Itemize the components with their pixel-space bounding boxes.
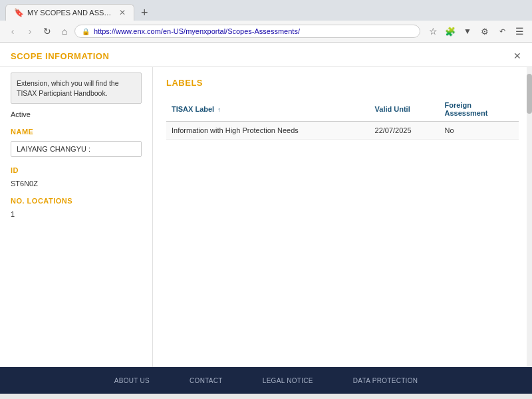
cell-valid-until: 22/07/2025 <box>370 122 440 140</box>
panel-close-button[interactable]: ✕ <box>513 51 521 61</box>
page-footer: ABOUT US CONTACT LEGAL NOTICE DATA PROTE… <box>0 367 532 394</box>
footer-legal-notice[interactable]: LEGAL NOTICE <box>263 377 313 384</box>
col-tisax-label-text: TISAX Label <box>172 105 214 113</box>
page-content: SCOPE INFORMATION ✕ Extension, which you… <box>0 43 532 367</box>
footer-data-protection[interactable]: DATA PROTECTION <box>353 377 418 384</box>
address-bar[interactable]: 🔒 https://www.enx.com/en-US/myenxportal/… <box>74 25 420 38</box>
sort-arrow-icon: ↑ <box>217 106 221 113</box>
scope-panel: SCOPE INFORMATION ✕ Extension, which you… <box>0 43 532 367</box>
bookmark-button[interactable]: ☆ <box>426 24 440 39</box>
scrollbar-track[interactable] <box>527 67 532 367</box>
footer-about-us[interactable]: ABOUT US <box>114 377 150 384</box>
settings-button[interactable]: ⚙ <box>477 24 492 39</box>
restore-button[interactable]: ↶ <box>495 24 509 39</box>
right-content: LABELS TISAX Label ↑ Valid Until <box>153 67 532 367</box>
extensions-button[interactable]: 🧩 <box>443 24 458 39</box>
footer-contact[interactable]: CONTACT <box>190 377 223 384</box>
table-row: Information with High Protection Needs 2… <box>166 122 519 140</box>
handbook-box: Extension, which you will find the TISAX… <box>11 72 142 104</box>
browser-chrome: 🔖 MY SCOPES AND ASSESSME... ✕ + ‹ › ↻ ⌂ … <box>0 0 532 43</box>
home-button[interactable]: ⌂ <box>57 24 72 39</box>
new-tab-button[interactable]: + <box>137 7 152 19</box>
labels-title: LABELS <box>166 78 519 88</box>
handbook-text: Extension, which you will find the TISAX… <box>17 79 119 97</box>
panel-title: SCOPE INFORMATION <box>11 51 109 61</box>
panel-body: Extension, which you will find the TISAX… <box>0 67 532 367</box>
browser-tab[interactable]: 🔖 MY SCOPES AND ASSESSME... ✕ <box>5 4 134 21</box>
col-valid-until-text: Valid Until <box>375 105 410 113</box>
tab-bar: 🔖 MY SCOPES AND ASSESSME... ✕ + <box>0 0 532 21</box>
name-input[interactable] <box>11 141 142 157</box>
labels-table: TISAX Label ↑ Valid Until ForeignAssessm… <box>166 97 519 140</box>
cell-foreign-assessment: No <box>440 122 519 140</box>
cell-tisax-label: Information with High Protection Needs <box>166 122 370 140</box>
active-status: Active <box>11 110 142 118</box>
lock-icon: 🔒 <box>82 28 90 35</box>
tab-title: MY SCOPES AND ASSESSME... <box>27 9 114 17</box>
col-valid-until: Valid Until <box>370 97 440 122</box>
tab-close-btn[interactable]: ✕ <box>114 8 126 17</box>
scrollbar-thumb[interactable] <box>527 74 532 114</box>
col-tisax-label[interactable]: TISAX Label ↑ <box>166 97 370 122</box>
forward-button[interactable]: › <box>23 24 37 39</box>
locations-section-label: NO. LOCATIONS <box>11 197 142 205</box>
nav-bar: ‹ › ↻ ⌂ 🔒 https://www.enx.com/en-US/myen… <box>0 21 532 42</box>
back-button[interactable]: ‹ <box>5 24 20 39</box>
locations-value: 1 <box>11 210 142 218</box>
tab-favicon: 🔖 <box>14 8 24 17</box>
col-foreign-assessment-text: ForeignAssessment <box>445 101 488 117</box>
nav-actions: ☆ 🧩 ▼ ⚙ ↶ ☰ <box>426 24 527 39</box>
col-foreign-assessment: ForeignAssessment <box>440 97 519 122</box>
refresh-button[interactable]: ↻ <box>40 24 55 39</box>
profile-button[interactable]: ▼ <box>460 24 475 39</box>
panel-header: SCOPE INFORMATION ✕ <box>0 43 532 67</box>
menu-button[interactable]: ☰ <box>512 24 527 39</box>
name-section-label: NAME <box>11 128 142 136</box>
id-value: ST6N0Z <box>11 180 142 188</box>
url-text: https://www.enx.com/en-US/myenxportal/Sc… <box>94 27 300 35</box>
id-section-label: ID <box>11 166 142 174</box>
left-sidebar: Extension, which you will find the TISAX… <box>0 67 153 367</box>
